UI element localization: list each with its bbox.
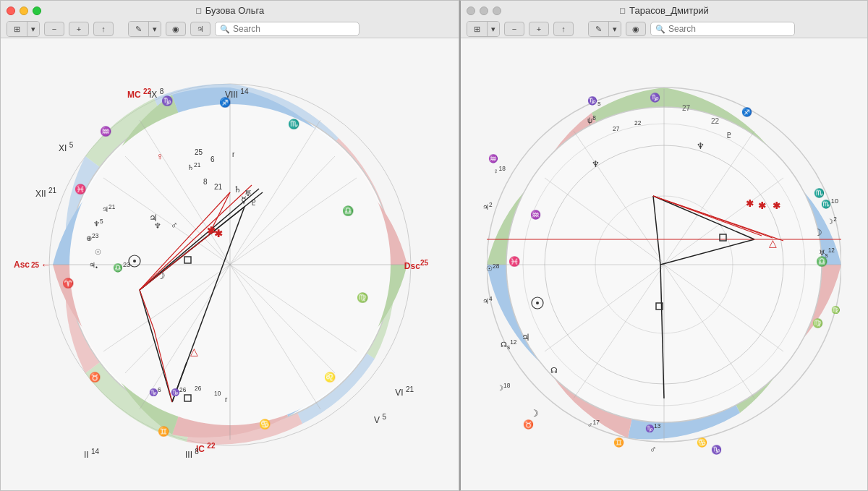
right-venus-deg: ♀18: [493, 165, 506, 175]
svg-text:♒: ♒: [100, 125, 112, 137]
svg-text:♂: ♂: [650, 444, 657, 455]
close-button-right[interactable]: [467, 7, 475, 15]
svg-text:✱: ✱: [758, 200, 766, 211]
left-titlebar: ◻ Бузова Ольга ⊞ ▾ − + ↑ ✎ ▾ ◉ ♃ 🔍: [1, 1, 459, 38]
left-chart-area: ☽ ☿ ♀ ♂ ♃ ♄ ♅ ♆ ♇: [1, 38, 459, 490]
right-view-toggle[interactable]: ⊞ ▾: [467, 21, 500, 37]
svg-text:♐: ♐: [741, 106, 752, 117]
right-pen-arrow-button[interactable]: ▾: [609, 22, 621, 36]
right-grid-arrow-button[interactable]: ▾: [488, 22, 499, 36]
svg-text:♂: ♂: [171, 220, 178, 231]
bottom-deg-1: ♑6: [149, 386, 161, 396]
stamp-button[interactable]: ◉: [166, 22, 186, 36]
right-virgo-deg: ♍: [831, 306, 840, 314]
right-jupiter-2: ♃2: [482, 201, 493, 211]
maximize-button[interactable]: [33, 7, 41, 15]
svg-text:♆: ♆: [697, 141, 705, 151]
house-ii-label: II 14: [84, 448, 99, 460]
svg-text:22: 22: [711, 117, 720, 125]
minimize-button[interactable]: [20, 7, 28, 15]
svg-text:♉: ♉: [523, 419, 534, 430]
bottom-deg-4: 10: [214, 390, 221, 400]
right-pen-group[interactable]: ✎ ▾: [588, 21, 621, 37]
svg-text:♆: ♆: [154, 221, 161, 230]
pen-button[interactable]: ✎: [129, 22, 149, 36]
svg-text:✱: ✱: [746, 198, 754, 209]
deg-label-3: r: [232, 150, 234, 158]
svg-text:♄: ♄: [234, 184, 242, 195]
svg-text:♃: ♃: [522, 332, 530, 343]
left-traffic-lights: [7, 7, 41, 15]
right-zoom-out-button[interactable]: −: [504, 22, 524, 36]
moon-deg: ♃•: [89, 261, 98, 271]
house-xi-label: XI 5: [59, 141, 73, 153]
svg-text:△: △: [190, 346, 198, 357]
maximize-button-right[interactable]: [493, 7, 501, 15]
chiron-deg: ⊕23: [86, 232, 98, 242]
close-button[interactable]: [7, 7, 15, 15]
svg-text:27: 27: [682, 104, 691, 112]
right-uranus: ♅s12: [819, 247, 835, 259]
left-window-title: ◻ Бузова Ольга: [195, 5, 264, 16]
svg-text:♊: ♊: [613, 437, 624, 448]
svg-text:♍: ♍: [812, 317, 823, 328]
deg-label-5: 21: [214, 183, 222, 191]
svg-text:♎: ♎: [342, 205, 354, 217]
svg-text:♈: ♈: [62, 277, 75, 289]
right-window: ◻ Тарасов_Дмитрий ⊞ ▾ − + ↑ ✎ ▾ ◉ 🔍: [459, 0, 868, 491]
person-button[interactable]: ♃: [190, 22, 210, 36]
right-cap-label: ♑s: [587, 96, 601, 107]
zoom-out-button[interactable]: −: [44, 22, 64, 36]
right-zoom-in-button[interactable]: +: [529, 22, 549, 36]
right-moon-d: ☽2: [827, 215, 837, 226]
house-v-label: V 5: [374, 413, 386, 425]
right-chart-svg: ♆ ♒ ♓ ♃ ☊ ☽ ♉ ♂ ♑ ♎ ♍: [487, 51, 841, 478]
right-aquarius: ♒: [488, 154, 498, 163]
pen-group[interactable]: ✎ ▾: [128, 21, 161, 37]
svg-text:♍: ♍: [357, 291, 369, 304]
svg-text:♇: ♇: [726, 131, 733, 140]
svg-text:♓: ♓: [75, 183, 87, 195]
right-psi-label: ψ8: [587, 114, 596, 124]
right-grid-view-button[interactable]: ⊞: [467, 22, 488, 36]
svg-text:♌: ♌: [324, 371, 336, 383]
svg-text:♏: ♏: [288, 118, 300, 130]
right-upload-button[interactable]: ↑: [553, 22, 574, 36]
mc-label: MC 22: [127, 87, 151, 100]
minimize-button-right[interactable]: [480, 7, 488, 15]
zoom-in-button[interactable]: +: [69, 22, 89, 36]
right-search-input[interactable]: [668, 24, 790, 34]
right-pen-button[interactable]: ✎: [589, 22, 609, 36]
right-titlebar: ◻ Тарасов_Дмитрий ⊞ ▾ − + ↑ ✎ ▾ ◉ 🔍: [461, 1, 867, 38]
svg-text:△: △: [769, 237, 777, 249]
svg-text:♉: ♉: [89, 371, 101, 383]
left-search-input[interactable]: [233, 24, 354, 34]
right-scorpio: ♏10: [821, 197, 838, 209]
right-search-icon: 🔍: [655, 25, 665, 34]
svg-text:♓: ♓: [509, 255, 521, 268]
bottom-deg-2: ♑26: [171, 386, 186, 396]
deg-label-4: 8: [203, 178, 208, 186]
svg-text:♀: ♀: [156, 150, 164, 162]
grid-arrow-button[interactable]: ▾: [27, 22, 39, 36]
sun-deg: ☉: [95, 248, 101, 256]
right-sun-28: ☉28: [486, 262, 499, 273]
svg-text:✱: ✱: [773, 200, 780, 211]
left-search-box[interactable]: 🔍: [215, 22, 359, 36]
house-ix-label: IX 8: [149, 87, 163, 100]
right-traffic-lights: [467, 7, 501, 15]
upload-button[interactable]: ↑: [93, 22, 114, 36]
svg-text:♅: ♅: [244, 189, 252, 197]
right-search-box[interactable]: 🔍: [650, 22, 795, 36]
right-stamp-button[interactable]: ◉: [626, 22, 646, 36]
svg-text:♋: ♋: [259, 418, 271, 430]
left-window: ◻ Бузова Ольга ⊞ ▾ − + ↑ ✎ ▾ ◉ ♃ 🔍: [0, 0, 459, 491]
svg-text:☽: ☽: [814, 227, 822, 238]
pen-arrow-button[interactable]: ▾: [149, 22, 161, 36]
svg-text:✱: ✱: [214, 228, 223, 239]
grid-view-button[interactable]: ⊞: [7, 22, 27, 36]
right-mars-17: ♂17: [587, 419, 600, 429]
left-view-toggle[interactable]: ⊞ ▾: [7, 21, 40, 37]
deg-label-2: 6: [210, 155, 215, 163]
house-xii-label: XII 21: [35, 187, 56, 199]
